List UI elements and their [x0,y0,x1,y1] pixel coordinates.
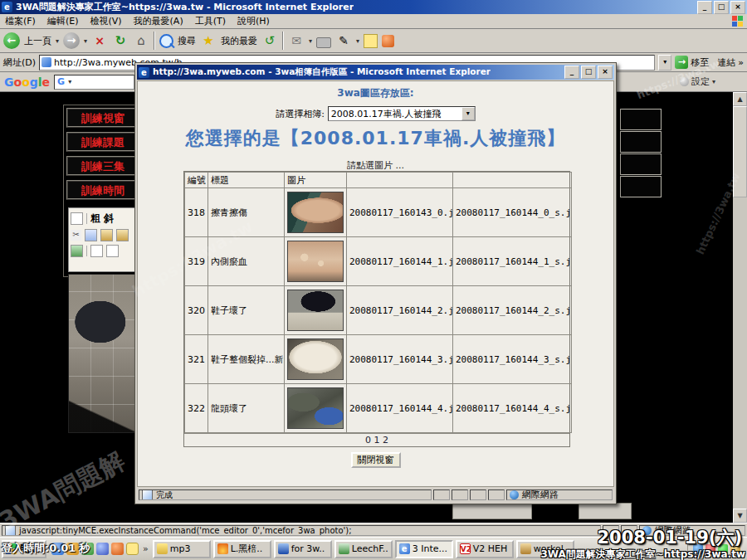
taskbar-button-mp3[interactable]: mp3 [153,540,211,558]
table-row: 319 內側瘀血 20080117_160144_1.jpg 20080117_… [185,237,572,286]
google-settings-button[interactable]: 設定 ▾ [680,75,715,88]
home-icon[interactable]: ⌂ [133,32,149,49]
row-filename[interactable]: 20080117_160144_3.jpg [347,335,453,384]
menu-favorites[interactable]: 我的最愛(A) [134,15,183,27]
mail-icon[interactable]: ✉ [288,32,305,49]
row-filename[interactable]: 20080117_160144_1.jpg [347,237,453,286]
search-label[interactable]: 搜尋 [178,35,196,47]
minimize-button[interactable]: _ [697,1,712,14]
back-dropdown-icon[interactable]: ▾ [56,37,59,45]
back-icon[interactable]: ← [3,32,20,49]
favorites-icon[interactable]: ★ [200,32,217,49]
close-button[interactable]: × [730,1,745,14]
photo-thumbnail[interactable] [287,241,344,282]
refresh-icon[interactable]: ↻ [112,32,129,49]
table-row-icon[interactable] [106,245,119,257]
pavement-photo[interactable] [68,274,139,433]
edit-dropdown-icon[interactable]: ▾ [356,37,359,45]
google-search-input[interactable]: G ▾ [54,75,134,90]
popup-minimize-button[interactable]: _ [564,66,579,79]
mail-dropdown-icon[interactable]: ▾ [309,37,312,45]
favorites-label[interactable]: 我的最愛 [221,35,257,47]
menu-edit[interactable]: 編輯(E) [47,15,79,27]
insert-image-icon[interactable] [71,245,83,257]
album-select-dropdown-icon[interactable]: ▾ [461,107,475,120]
copy-icon[interactable] [85,229,97,241]
row-thumb-filename[interactable]: 20080117_160144_1_s.jpg [453,237,572,286]
forward-dropdown-icon[interactable]: ▾ [84,37,87,45]
taskbar-button-4[interactable]: LeechF.. [334,540,393,558]
nav-button-1[interactable]: 訓練視窗 [66,108,139,128]
row-filename[interactable]: 20080117_160144_4.jpg [347,384,453,433]
popup-maximize-button[interactable]: □ [581,66,596,79]
links-button[interactable]: 連結 » [717,56,744,69]
nav-button-2[interactable]: 訓練課題 [66,132,139,152]
row-filename[interactable]: 20080117_160143_0.jpg [347,188,453,237]
bold-button[interactable]: 粗 [90,212,100,226]
close-window-button[interactable]: 關閉視窗 [351,452,401,468]
nav-button-4[interactable]: 訓練時間 [66,180,139,200]
popup-status-zone: 網際網路 [506,489,613,500]
desktop: e 3WA問題解決專家工作室~https://3wa.tw - Microsof… [0,0,747,560]
row-title: 龍頭壞了 [208,384,285,433]
row-filename[interactable]: 20080117_160144_2.jpg [347,286,453,335]
nav-button-3[interactable]: 訓練三集 [66,156,139,176]
paste-word-icon[interactable] [116,229,129,241]
standard-toolbar: ← 上一頁 ▾ → ▾ × ↻ ⌂ 搜尋 ★ 我的最愛 ↺ ✉ ▾ ✎ ▾ [0,29,747,53]
new-document-icon[interactable] [71,212,83,225]
task-label: for 3w.. [291,543,325,554]
photo-thumbnail[interactable] [287,387,344,429]
main-scrollbar[interactable]: ▲ ▼ [733,92,747,523]
quicklaunch-note-icon[interactable] [126,543,139,555]
go-button[interactable]: → 移至 [675,56,709,69]
album-area-header: 3wa圖區存放區: [138,86,613,100]
messenger-icon[interactable] [382,35,394,47]
address-dropdown-icon[interactable]: ▾ [658,55,671,71]
popup-close-button[interactable]: × [598,66,613,79]
row-thumb-filename[interactable]: 20080117_160144_4_s.jpg [453,384,572,433]
browser-title: 3WA問題解決專家工作室~https://3wa.tw - Microsoft … [16,1,354,13]
maximize-button[interactable]: □ [714,1,729,14]
scroll-down-icon[interactable]: ▼ [733,509,747,523]
menu-tools[interactable]: 工具(T) [195,15,226,27]
quicklaunch-msn-icon[interactable] [96,543,109,555]
row-thumb-filename[interactable]: 20080117_160144_0_s.jpg [453,188,572,237]
photo-thumbnail[interactable] [287,192,344,233]
row-id: 320 [185,286,208,335]
click-photo-hint: 請點選圖片 ... [138,159,613,172]
cut-icon[interactable]: ✂ [71,230,81,241]
photo-thumbnail[interactable] [287,338,344,380]
taskbar-button-2[interactable]: L.黑棓.. [213,540,271,558]
print-icon[interactable] [316,37,331,48]
google-dropdown-icon[interactable]: ▾ [68,78,71,85]
back-label[interactable]: 上一頁 [24,35,51,47]
menu-file[interactable]: 檔案(F) [5,15,36,27]
background-block [452,503,532,519]
photo-thumbnail[interactable] [287,290,344,331]
edit-icon[interactable]: ✎ [335,32,352,49]
table-row: 318 擦青擦傷 20080117_160143_0.jpg 20080117_… [185,188,572,237]
row-thumb-filename[interactable]: 20080117_160144_3_s.jpg [453,335,572,384]
history-icon[interactable]: ↺ [261,32,278,49]
menu-view[interactable]: 檢視(V) [90,15,121,27]
menu-help[interactable]: 說明(H) [237,15,270,27]
taskbar-button-3[interactable]: for 3w.. [274,540,332,558]
stop-icon[interactable]: × [91,32,108,49]
forward-icon[interactable]: → [63,32,80,49]
table-icon[interactable] [90,245,103,257]
discuss-icon[interactable] [364,34,378,48]
document-icon [142,489,153,500]
search-icon[interactable] [159,34,173,48]
pagination[interactable]: 0 1 2 [184,433,569,446]
row-thumb-filename[interactable]: 20080117_160144_2_s.jpg [453,286,572,335]
scroll-up-icon[interactable]: ▲ [733,92,747,106]
editor-separator [86,213,87,224]
taskbar-button-ie-active[interactable]: e 3 Inte... [395,540,453,558]
album-select[interactable]: 2008.01.17車禍.人被撞飛 ▾ [328,106,476,121]
paste-icon[interactable] [100,229,113,241]
quicklaunch-overflow-icon[interactable]: » [143,543,149,554]
quicklaunch-flame-icon[interactable] [111,543,124,555]
italic-button[interactable]: 斜 [104,212,114,226]
scrollbar-thumb[interactable] [733,106,747,197]
taskbar-button-6[interactable]: V2 V2 HEH [456,540,514,558]
